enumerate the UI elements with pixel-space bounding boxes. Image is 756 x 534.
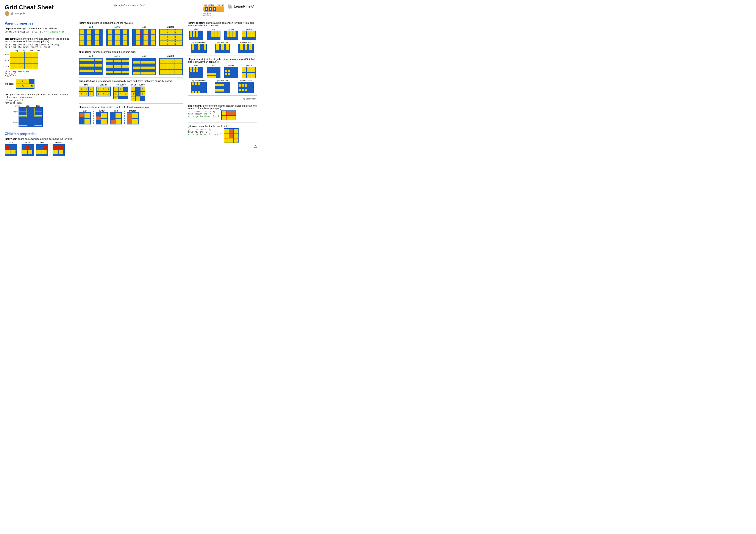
grid-row-section: grid-row: same but for the row location.… [188, 125, 257, 143]
justify-items-section: justify-items: defines alignment along t… [79, 21, 183, 46]
item-1: 1 [205, 7, 208, 11]
display-property: display: enables grid context for all di… [5, 27, 74, 33]
middle-column: justify-items: defines alignment along t… [79, 21, 183, 158]
avatar [5, 11, 10, 16]
justify-self-title: justify-self: [5, 138, 17, 140]
auto-flow-title: grid-auto-flow: [79, 80, 95, 82]
display-comment: // or inline-grid [42, 31, 65, 33]
areas-code2: B B B C " [5, 75, 74, 78]
align-items-desc: defines alignment along the column axis. [93, 51, 136, 53]
grid-template-code1: grid-template-columns: 10px 30px auto 20… [5, 43, 74, 46]
grid-auto-flow-section: grid-auto-flow: defines how to automatic… [79, 80, 183, 101]
gap-visual-grid [18, 107, 43, 127]
areas-title: grid-template-areas: [5, 70, 74, 73]
grid-row-desc: same but for the row location. [199, 125, 230, 127]
align-self-demos: start center [79, 110, 183, 124]
areas-code1: "A A A A [5, 73, 74, 75]
align-self-title: align-self: [79, 106, 90, 108]
justify-items-title: justify-items: [79, 21, 94, 24]
grid-column-title: grid-column: [188, 104, 202, 107]
item-2: 2 [209, 7, 212, 11]
areas-visual: A B C [16, 79, 35, 89]
logo-text: LearnPine [234, 5, 251, 9]
justify-items-desc: defines alignment along the row axis. [94, 21, 133, 24]
parent-section-title: Parent properties [5, 21, 74, 25]
tip-text: tip: default values are in bold [65, 4, 194, 7]
grid-template-visual: 10px 30px auto 20% 20px 20px 20px [5, 50, 74, 69]
main-layout: Parent properties display: enables grid … [5, 21, 254, 158]
children-section: Children properties justify-self: aligns… [5, 132, 74, 156]
align-content-title: align-content: [188, 58, 204, 61]
grid-template-property: grid-template: defines the rows and colu… [5, 38, 74, 89]
display-desc: enables grid context for all direct chil… [14, 27, 58, 30]
container-box: 1 2 3 [203, 7, 224, 12]
auto-flow-desc: defines how to automatically place grid … [96, 80, 172, 82]
justify-content-title: justify-content: [188, 21, 205, 24]
grid-gap-property: grid-gap: sets the size of the grid line… [5, 93, 74, 127]
grid-areas: grid-template-areas: "A A A A B B B C " … [5, 70, 74, 89]
grid-template-code2: grid-template-rows: repeat(3, 20px); [5, 46, 74, 48]
copyright-symbol: © [251, 5, 254, 9]
left-column: Parent properties display: enables grid … [5, 21, 74, 158]
justify-content-row1: start end center [188, 28, 257, 40]
align-items-demos: start [79, 55, 183, 75]
auto-flow-demos: row 1 2 3 4 5 6 ↩ column [79, 84, 183, 101]
items-label: grid items(children) [203, 12, 224, 16]
grid-template-title: grid-template: [5, 38, 20, 40]
justify-self-demos: start center [5, 141, 74, 156]
display-code: .container{ display: grid; } // or inlin… [5, 31, 74, 33]
copyright-bottom: © [254, 145, 257, 149]
author-name: @simonpaix [11, 12, 25, 15]
grid-gap-title: grid-gap: [5, 93, 15, 96]
justify-content-section: justify-content: justifies all grid cont… [188, 21, 257, 53]
container-diagram: grid container (parent) 1 2 3 grid items… [203, 4, 224, 16]
page-title: Grid Cheat Sheet [5, 4, 65, 11]
right-column: justify-content: justifies all grid cont… [188, 21, 257, 158]
justify-self-property: justify-self: aligns an item inside a si… [5, 138, 74, 156]
elephant-icon: 🐘 [228, 4, 233, 9]
grid-column-section: grid-column: determines the item's locat… [188, 104, 257, 120]
align-self-section: align-self: aligns an item inside a sing… [79, 106, 183, 124]
align-items-section: align-items: defines alignment along the… [79, 51, 183, 75]
justify-self-desc: aligns an item inside a single cell alon… [18, 138, 73, 140]
grid-row-title: grid-row: [188, 125, 198, 127]
grid-column-visual [221, 111, 236, 120]
align-content-row2: space-between space-around [188, 79, 257, 93]
children-section-title: Children properties [5, 132, 74, 136]
justify-items-demos: start [79, 26, 183, 46]
container-label: grid container (parent) [203, 4, 224, 6]
align-content-section: align-content: justifies all grid conten… [188, 58, 257, 93]
item-3: 3 [213, 7, 216, 11]
grid-row-visual [224, 128, 239, 143]
grid-template-grid [10, 52, 39, 69]
col-labels: 10px 30px auto 20% [14, 50, 74, 52]
learnpine-logo: 🐘 LearnPine © [228, 4, 254, 9]
align-self-desc: aligns an item inside a single cell alon… [91, 106, 149, 108]
display-title: display: [5, 27, 14, 30]
justify-content-row2: space-between space-around [188, 41, 257, 53]
align-items-title: align-items: [79, 51, 92, 53]
align-content-row1: start end center [188, 64, 257, 78]
author-row: @simonpaix [5, 11, 65, 16]
